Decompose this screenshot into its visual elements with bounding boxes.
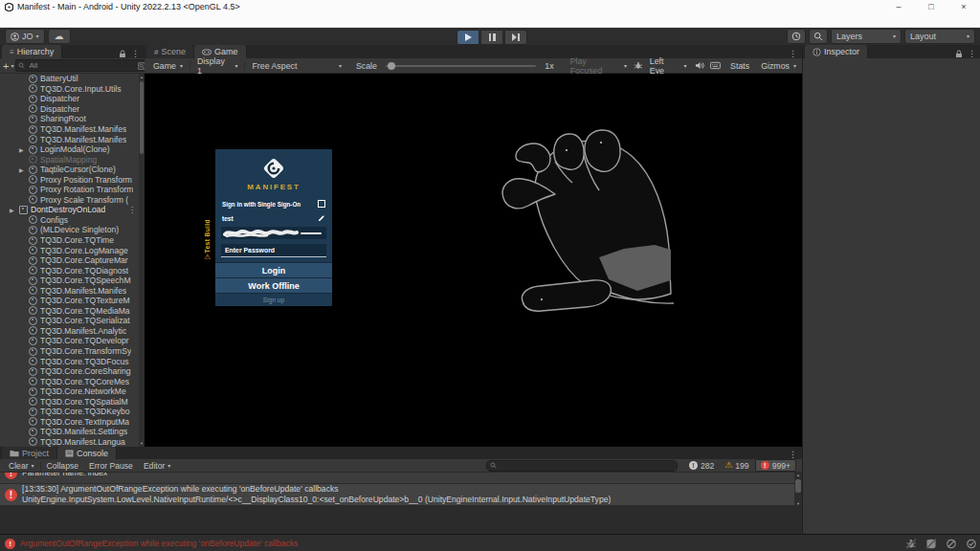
step-button[interactable] (504, 30, 527, 45)
email-field-redacted[interactable] (221, 227, 326, 239)
hierarchy-item[interactable]: ▶ TQ3D.Manifest.Manifes ⋮ (0, 285, 139, 296)
display-dropdown[interactable]: Display 1 ▾ (192, 59, 243, 72)
hierarchy-item[interactable]: ▶ LoginModal(Clone) ⋮ (0, 144, 139, 155)
progress-check-icon[interactable] (966, 539, 977, 549)
play-focused-dropdown[interactable]: Play Focused ▾ (566, 59, 632, 72)
layout-dropdown[interactable]: Layout ▾ (904, 29, 975, 44)
scrollbar-thumb[interactable] (140, 81, 144, 154)
scale-slider[interactable] (386, 65, 536, 67)
hierarchy-item[interactable]: ▶ TQ3D.Core.TextInputMa ⋮ (0, 417, 139, 428)
console-log-entry[interactable]: ! Parameter name: index (0, 473, 794, 484)
hierarchy-item[interactable]: ▶ TQ3D.Core.TQDiagnost ⋮ (0, 265, 139, 276)
hierarchy-item[interactable]: ▶ TQ3D.Core.TQDevelopr ⋮ (0, 336, 139, 346)
hierarchy-search-input[interactable] (27, 60, 136, 71)
keyboard-icon[interactable] (710, 61, 721, 70)
play-button[interactable] (457, 30, 479, 45)
error-pause-button[interactable]: Error Pause (84, 459, 138, 472)
expand-arrow-icon[interactable]: ▶ (10, 207, 14, 213)
create-object-button[interactable]: + (3, 61, 9, 71)
hierarchy-item[interactable]: ▶ SpatialMapping ⋮ (0, 154, 139, 165)
hierarchy-item[interactable]: ▶ TQ3D.Core.CoreSharing ⋮ (0, 366, 139, 377)
hierarchy-item[interactable]: ▶ TQ3D.Core.NetworkMe ⋮ (0, 386, 139, 397)
hierarchy-item[interactable]: ▶ DontDestroyOnLoad ⋮ (0, 205, 139, 215)
lock-icon[interactable] (119, 50, 126, 58)
hierarchy-item[interactable]: ▶ BatteryUtil ⋮ (0, 74, 139, 84)
stats-button[interactable]: Stats (725, 59, 754, 72)
search-button[interactable] (809, 29, 828, 44)
sso-checkbox[interactable] (318, 200, 325, 208)
console-log-entry[interactable]: ! [13:35:30] ArgumentOutOfRangeException… (0, 484, 794, 506)
hierarchy-item[interactable]: ▶ Proxy Rotation Transform ⋮ (0, 185, 139, 195)
hierarchy-item[interactable]: ▶ Configs ⋮ (0, 215, 139, 226)
login-button[interactable]: Login (215, 262, 332, 277)
item-menu-icon[interactable]: ⋮ (128, 206, 136, 214)
display-target-dropdown[interactable]: Game ▾ (148, 59, 188, 72)
account-dropdown[interactable]: JO ▾ (5, 29, 45, 44)
hierarchy-item[interactable]: ▶ TQ3D.Manifest.Manifes ⋮ (0, 124, 139, 135)
tab-hierarchy[interactable]: ≡ Hierarchy (2, 45, 62, 58)
console-search-input[interactable] (499, 460, 674, 471)
panel-menu-icon[interactable]: ⋮ (789, 450, 797, 459)
hierarchy-item[interactable]: ▶ SharingRoot ⋮ (0, 114, 139, 124)
panel-menu-icon[interactable]: ⋮ (968, 49, 976, 58)
layers-dropdown[interactable]: Layers ▾ (831, 29, 902, 44)
hierarchy-item[interactable]: ▶ TQ3D.Core.LogManage ⋮ (0, 245, 139, 255)
debugger-icon[interactable] (905, 539, 917, 549)
clear-button[interactable]: Clear ▾ (4, 459, 39, 472)
chevron-down-icon[interactable]: ▾ (11, 63, 13, 69)
bug-icon[interactable] (634, 61, 643, 70)
hierarchy-item[interactable]: ▶ TQ3D.Core.TQMediaMa ⋮ (0, 306, 139, 317)
hierarchy-item[interactable]: ▶ TQ3D.Manifest.Settings ⋮ (0, 427, 139, 437)
error-count-toggle[interactable]: ! 999+ (755, 459, 796, 472)
cache-server-icon[interactable] (925, 539, 937, 549)
close-button[interactable]: × (947, 0, 980, 13)
info-count-toggle[interactable]: ! 282 (684, 460, 719, 471)
hierarchy-item[interactable]: ▶ TQ3D.Core.TQ3DFocus ⋮ (0, 356, 139, 366)
hierarchy-item[interactable]: ▶ Dispatcher ⋮ (0, 104, 139, 115)
panel-menu-icon[interactable]: ⋮ (789, 49, 797, 58)
edit-pencil-icon[interactable] (318, 215, 324, 222)
cloud-services-button[interactable]: ☁ (48, 29, 71, 44)
panel-menu-icon[interactable]: ⋮ (131, 49, 140, 58)
warning-count-toggle[interactable]: ⚠ 199 (720, 460, 753, 471)
hierarchy-item[interactable]: ▶ TQ3D.Core.TQSpatialM ⋮ (0, 397, 139, 408)
hierarchy-item[interactable]: ▶ TQ3D.Core.TQTime ⋮ (0, 235, 139, 246)
tab-scene[interactable]: # Scene (146, 45, 194, 58)
status-message[interactable]: ArgumentOutOfRangeException while execut… (20, 539, 298, 548)
hierarchy-item[interactable]: ▶ TQ3D.Manifest.Analytic ⋮ (0, 326, 139, 337)
hierarchy-item[interactable]: ▶ TQ3D.Core.TQTextureM ⋮ (0, 296, 139, 306)
hierarchy-item[interactable]: ▶ TQ3D.Core.CaptureMar ⋮ (0, 255, 139, 266)
eye-dropdown[interactable]: Left Eye ▾ (645, 59, 692, 72)
hierarchy-item[interactable]: ▶ TQ3D.Core.Input.Utils ⋮ (0, 84, 139, 95)
scrollbar-thumb[interactable] (795, 479, 801, 493)
expand-arrow-icon[interactable]: ▶ (19, 166, 24, 173)
expand-arrow-icon[interactable]: ▶ (19, 146, 24, 153)
password-field[interactable]: Enter Password (221, 244, 326, 257)
hierarchy-item[interactable]: ▶ TQ3D.Core.TQSpeechM ⋮ (0, 276, 139, 286)
hierarchy-item[interactable]: ▶ TQ3D.Core.TQSerializat ⋮ (0, 316, 139, 326)
slider-thumb[interactable] (388, 62, 395, 70)
sign-up-link[interactable]: Sign up (215, 293, 332, 306)
activity-muted-icon[interactable] (946, 539, 957, 549)
tab-console[interactable]: Console (57, 447, 117, 459)
work-offline-button[interactable]: Work Offline (215, 277, 332, 293)
editor-dropdown[interactable]: Editor ▾ (139, 459, 175, 472)
hierarchy-item[interactable]: ▶ (MLDevice Singleton) ⋮ (0, 225, 139, 235)
aspect-dropdown[interactable]: Free Aspect ▾ (247, 59, 345, 72)
tab-project[interactable]: Project (2, 447, 57, 459)
console-scrollbar[interactable]: ▲ ▼ (794, 473, 802, 506)
hierarchy-item[interactable]: ▶ TQ3D.Core.TQ3DKeybo ⋮ (0, 407, 139, 417)
hierarchy-item[interactable]: ▶ TQ3D.Core.TQCoreMes ⋮ (0, 376, 139, 386)
lock-icon[interactable] (955, 50, 963, 58)
undo-history-button[interactable] (787, 29, 806, 44)
scroll-up-icon[interactable]: ▲ (794, 473, 802, 477)
pause-button[interactable] (480, 30, 503, 45)
hierarchy-item[interactable]: ▶ Proxy Scale Transform ( ⋮ (0, 195, 139, 206)
hierarchy-item[interactable]: ▶ TQ3D.Manifest.Langua ⋮ (0, 437, 139, 447)
hierarchy-item[interactable]: ▶ Dispatcher ⋮ (0, 94, 139, 104)
mute-audio-icon[interactable] (695, 61, 705, 70)
hierarchy-item[interactable]: ▶ TQ3D.Core.TransformSy ⋮ (0, 346, 139, 357)
hierarchy-item[interactable]: ▶ TaqtileCursor(Clone) ⋮ (0, 165, 139, 175)
collapse-button[interactable]: Collapse (42, 459, 83, 472)
minimize-button[interactable]: – (882, 0, 915, 13)
